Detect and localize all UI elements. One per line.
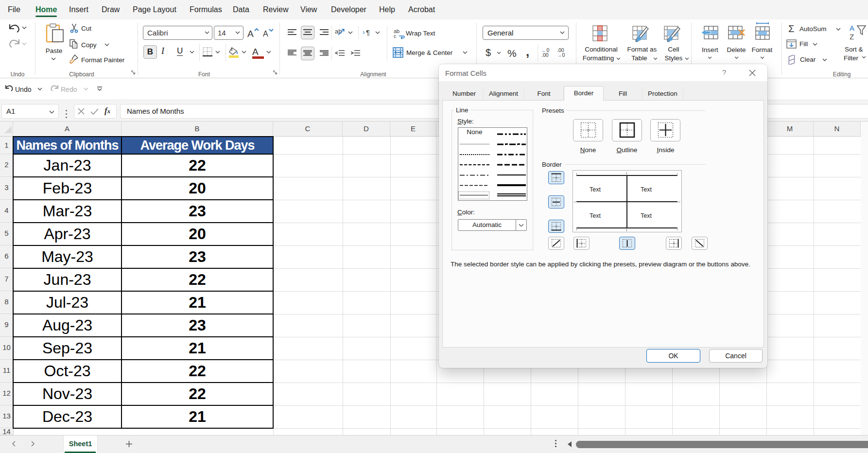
svg-text:Z: Z	[850, 33, 854, 41]
svg-text:A: A	[850, 24, 854, 32]
